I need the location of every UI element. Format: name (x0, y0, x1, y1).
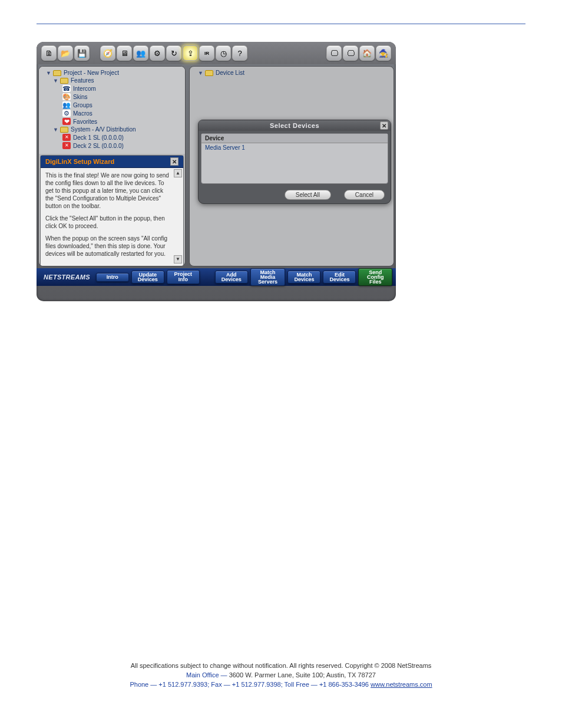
screen-icon[interactable]: 🖵 (343, 45, 358, 61)
tree-item[interactable]: Deck 1 SL (0.0.0.0) (73, 134, 124, 141)
footer-copyright: All specifications subject to change wit… (0, 661, 562, 670)
footer-address: 3600 W. Parmer Lane, Suite 100; Austin, … (229, 671, 376, 678)
update-devices-button[interactable]: UpdateDevices (131, 271, 164, 284)
tree-root-label: Project - New Project (64, 70, 119, 76)
close-icon[interactable]: ✕ (170, 157, 178, 166)
skins-icon: 🎨 (62, 93, 71, 100)
clock-icon[interactable]: ◷ (216, 45, 231, 61)
wizard-body: This is the final step! We are now going… (41, 168, 183, 265)
table-header-device: Device (201, 134, 388, 143)
device-icon: ✕ (62, 134, 71, 141)
close-icon[interactable]: ✕ (380, 121, 388, 130)
open-icon[interactable]: 📂 (58, 45, 73, 61)
tree-system-label: System - A/V Distribution (71, 126, 136, 133)
tree-item[interactable]: Favorites (73, 118, 97, 125)
device-list-label: Device List (216, 70, 244, 76)
wizard-title: DigiLinX Setup Wizard (45, 158, 114, 165)
toolbar-group-mid: 🧭 🖥 👥 ⚙ ↻ ⇪ IR ◷ ? (100, 45, 247, 61)
wizard-title-bar: DigiLinX Setup Wizard ✕ (41, 156, 183, 168)
edit-devices-button[interactable]: EditDevices (323, 271, 356, 284)
app-window: 🗎 📂 💾 🧭 🖥 👥 ⚙ ↻ ⇪ IR ◷ ? 🖵 🖵 🏠 🧙 ▼Projec (37, 42, 396, 301)
device-list-tree[interactable]: ▼Device List (190, 67, 394, 79)
device-icon: ✕ (62, 142, 71, 149)
tree-item[interactable]: Deck 2 SL (0.0.0.0) (73, 143, 124, 149)
footer-link[interactable]: www.netstreams.com (371, 681, 432, 688)
toolbar-group-file: 🗎 📂 💾 (41, 45, 90, 61)
wiz-hat-icon[interactable]: 🧙 (376, 45, 391, 61)
folder-icon (53, 70, 61, 76)
tree-item[interactable]: Skins (73, 94, 87, 100)
document-footer: All specifications subject to change wit… (0, 661, 562, 689)
wizard-scrollbar[interactable]: ▲ ▼ (174, 169, 182, 263)
macros-icon: ⚙ (62, 110, 71, 117)
intercom-icon: ☎ (62, 85, 71, 92)
right-panel: ▼Device List Select Devices ✕ Device Med… (189, 66, 394, 266)
wizard-icon[interactable]: 🧭 (100, 45, 115, 61)
match-devices-button[interactable]: MatchDevices (287, 271, 320, 284)
tree-item[interactable]: Groups (73, 102, 92, 108)
groups-icon: 👥 (62, 101, 71, 108)
save-icon[interactable]: 💾 (74, 45, 90, 61)
tree-features-label: Features (71, 77, 94, 84)
send-config-icon[interactable]: ⇪ (183, 45, 198, 61)
scroll-up-icon[interactable]: ▲ (174, 169, 182, 177)
table-row[interactable]: Media Server 1 (205, 144, 245, 151)
help-icon[interactable]: ? (232, 45, 247, 61)
project-info-button[interactable]: Project Info (167, 270, 200, 284)
footer-phone-label: Phone — +1 512.977.9393; Fax — +1 512.97… (130, 681, 369, 688)
select-all-button[interactable]: Select All (285, 190, 331, 200)
folder-icon (60, 78, 68, 84)
tree-item[interactable]: Intercom (73, 85, 96, 92)
match-media-servers-button[interactable]: Match MediaServers (250, 268, 286, 286)
toolbar: 🗎 📂 💾 🧭 🖥 👥 ⚙ ↻ ⇪ IR ◷ ? 🖵 🖵 🏠 🧙 (37, 42, 396, 64)
send-config-files-button[interactable]: SendConfig Files (358, 268, 392, 286)
toolbar-group-right: 🖵 🖵 🏠 🧙 (326, 45, 391, 61)
scroll-down-icon[interactable]: ▼ (174, 255, 182, 263)
dialog-title: Select Devices (270, 122, 319, 129)
favorites-icon: ❤ (62, 118, 71, 125)
tree-item[interactable]: Macros (73, 110, 92, 117)
brand-logo: NETSTREAMS (40, 274, 94, 281)
house-icon[interactable]: 🏠 (359, 45, 375, 61)
cancel-button[interactable]: Cancel (344, 190, 385, 200)
groups-icon[interactable]: 👥 (133, 45, 148, 61)
dialog-table: Device Media Server 1 (201, 133, 388, 184)
monitor-icon[interactable]: 🖵 (326, 45, 342, 61)
left-panel: ▼Project - New Project ▼Features ☎Interc… (38, 66, 186, 266)
bottom-bar: NETSTREAMS Intro UpdateDevices Project I… (37, 268, 396, 286)
intro-button[interactable]: Intro (96, 273, 129, 282)
ir-icon[interactable]: IR (199, 45, 214, 61)
folder-icon (205, 70, 213, 76)
devices-icon[interactable]: 🖥 (117, 45, 132, 61)
wizard-text: When the popup on the screen says "All c… (45, 235, 173, 258)
select-devices-dialog: Select Devices ✕ Device Media Server 1 S… (198, 120, 391, 204)
wizard-text: Click the "Select All" button in the pop… (45, 215, 173, 230)
add-devices-button[interactable]: AddDevices (215, 271, 248, 284)
footer-office-label: Main Office — (186, 671, 229, 678)
wizard-panel: DigiLinX Setup Wizard ✕ This is the fina… (40, 155, 184, 266)
gear-icon[interactable]: ⚙ (150, 45, 165, 61)
wizard-text: This is the final step! We are now going… (45, 172, 173, 210)
new-icon[interactable]: 🗎 (41, 45, 57, 61)
project-tree[interactable]: ▼Project - New Project ▼Features ☎Interc… (39, 67, 185, 154)
dialog-title-bar: Select Devices ✕ (199, 120, 391, 131)
refresh-icon[interactable]: ↻ (166, 45, 181, 61)
folder-icon (60, 127, 68, 133)
